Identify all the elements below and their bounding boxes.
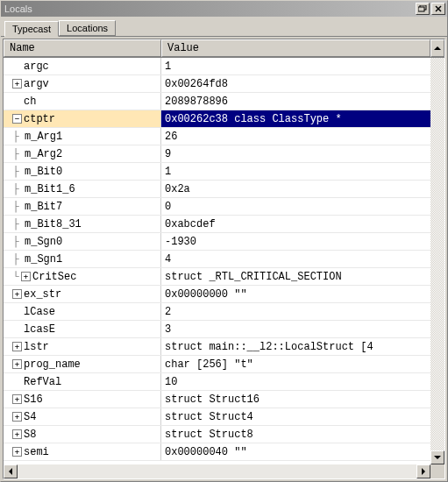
value-cell[interactable]: 0x2a [161, 181, 444, 197]
value-cell[interactable]: struct Struct16 [161, 391, 444, 408]
variable-row[interactable]: ├m_Bit70 [4, 198, 444, 216]
value-cell[interactable]: 0x00000000 "" [161, 286, 444, 302]
tree-connector-icon: ├ [11, 218, 21, 230]
value-cell[interactable]: 4 [161, 251, 444, 267]
expand-button[interactable]: + [12, 394, 22, 404]
variable-value: char [256] "t" [165, 358, 253, 371]
variable-name: ex_str [24, 288, 61, 301]
name-cell: +lstr [4, 338, 161, 355]
value-cell[interactable]: 26 [161, 128, 444, 145]
scroll-left-button[interactable] [4, 464, 18, 478]
expand-button[interactable]: + [12, 359, 22, 369]
scroll-right-button[interactable] [416, 464, 430, 478]
expand-button[interactable]: + [12, 447, 22, 457]
value-cell[interactable]: 0xabcdef [161, 216, 444, 232]
variable-row[interactable]: −ctptr0x00262c38 class ClassType * [4, 110, 444, 128]
variables-grid: Name Value argc1+argv0x00264fd8ch2089878… [3, 39, 445, 479]
scroll-up-button[interactable] [430, 39, 444, 57]
variable-row[interactable]: ├m_Bit1_60x2a [4, 181, 444, 198]
variable-name: m_Sgn1 [25, 253, 62, 266]
scrollbar-track[interactable] [18, 464, 416, 478]
variable-row[interactable]: argc1 [4, 58, 444, 75]
column-header-value[interactable]: Value [161, 39, 430, 57]
variable-row[interactable]: +S16struct Struct16 [4, 391, 444, 408]
variable-name: m_Arg1 [25, 131, 62, 143]
collapse-button[interactable]: − [12, 114, 22, 124]
tab-label: Locations [67, 23, 108, 33]
scroll-down-button[interactable] [430, 450, 444, 464]
variable-row[interactable]: +prog_namechar [256] "t" [4, 356, 444, 373]
variable-row[interactable]: +S8struct Struct8 [4, 426, 444, 443]
name-cell: −ctptr [4, 110, 161, 127]
value-cell[interactable]: 1 [161, 58, 444, 74]
variable-value: struct Struct4 [165, 411, 253, 423]
value-cell[interactable]: 0x00264fd8 [161, 75, 444, 92]
value-cell[interactable]: struct main::__l2::LocalStruct [4 [161, 338, 444, 355]
name-cell: +S4 [4, 408, 161, 425]
variable-row[interactable]: ├m_Bit01 [4, 163, 444, 181]
variable-row[interactable]: +argv0x00264fd8 [4, 75, 444, 93]
variable-name: m_Bit7 [25, 201, 62, 213]
variable-row[interactable]: ch2089878896 [4, 93, 444, 110]
variable-row[interactable]: ├m_Arg126 [4, 128, 444, 145]
variable-row[interactable]: ├m_Sgn14 [4, 251, 444, 268]
expand-button[interactable]: + [21, 272, 31, 281]
name-cell: argc [4, 58, 161, 74]
value-cell[interactable]: 10 [161, 373, 444, 390]
close-button[interactable] [431, 3, 445, 15]
expand-button[interactable]: + [12, 342, 22, 351]
expand-button[interactable]: + [12, 429, 22, 439]
expand-button[interactable]: + [12, 289, 22, 299]
variable-value: 2 [165, 306, 171, 318]
name-cell: ├m_Bit7 [4, 198, 161, 215]
variable-row[interactable]: +S4struct Struct4 [4, 408, 444, 426]
variable-row[interactable]: +lstrstruct main::__l2::LocalStruct [4 [4, 338, 444, 356]
grid-body[interactable]: argc1+argv0x00264fd8ch2089878896−ctptr0x… [4, 58, 444, 478]
variable-row[interactable]: lCase2 [4, 303, 444, 321]
variable-row[interactable]: ├m_Sgn0-1930 [4, 233, 444, 251]
tree-connector-icon: ├ [11, 236, 21, 248]
expand-button[interactable]: + [12, 79, 22, 89]
name-cell: +S8 [4, 426, 161, 443]
value-cell[interactable]: 3 [161, 321, 444, 337]
titlebar[interactable]: Locals [1, 1, 447, 17]
value-cell[interactable]: -1930 [161, 233, 444, 250]
value-cell[interactable]: struct _RTL_CRITICAL_SECTION [161, 268, 444, 285]
value-cell[interactable]: struct Struct8 [161, 426, 444, 443]
value-cell[interactable]: 0 [161, 198, 444, 215]
value-cell[interactable]: 1 [161, 163, 444, 180]
tab-locations[interactable]: Locations [59, 20, 116, 36]
scrollbar-track[interactable] [430, 58, 444, 450]
variable-name: S16 [24, 393, 43, 406]
variable-row[interactable]: RefVal10 [4, 373, 444, 391]
tab-typecast[interactable]: Typecast [4, 21, 59, 37]
value-cell[interactable]: 2 [161, 303, 444, 320]
variable-row[interactable]: ├m_Arg29 [4, 145, 444, 163]
variable-name: m_Bit8_31 [25, 218, 82, 230]
value-cell[interactable]: 9 [161, 145, 444, 162]
value-cell[interactable]: 2089878896 [161, 93, 444, 110]
vertical-scrollbar[interactable] [430, 58, 444, 464]
variable-row[interactable]: └+CritSecstruct _RTL_CRITICAL_SECTION [4, 268, 444, 286]
variable-row[interactable]: lcasE3 [4, 321, 444, 338]
value-cell[interactable]: 0x00262c38 class ClassType * [161, 110, 444, 127]
name-cell: RefVal [4, 373, 161, 390]
variable-name: ctptr [24, 113, 55, 125]
name-cell: +semi [4, 443, 161, 460]
variable-value: 3 [165, 323, 171, 336]
variable-row[interactable]: ├m_Bit8_310xabcdef [4, 216, 444, 233]
variable-row[interactable]: +semi0x00000040 "" [4, 443, 444, 461]
value-cell[interactable]: struct Struct4 [161, 408, 444, 425]
restore-button[interactable] [416, 3, 430, 15]
variable-name: m_Sgn0 [25, 236, 62, 248]
variable-name: m_Bit1_6 [25, 183, 75, 195]
value-cell[interactable]: 0x00000040 "" [161, 443, 444, 460]
horizontal-scrollbar[interactable] [4, 464, 430, 478]
column-header-name[interactable]: Name [4, 39, 161, 57]
expand-button[interactable]: + [12, 412, 22, 422]
variable-row[interactable]: +ex_str0x00000000 "" [4, 286, 444, 303]
variable-value: struct Struct16 [165, 393, 260, 406]
value-cell[interactable]: char [256] "t" [161, 356, 444, 372]
variable-value: 9 [165, 148, 171, 160]
variable-value: 0x00264fd8 [165, 78, 228, 90]
